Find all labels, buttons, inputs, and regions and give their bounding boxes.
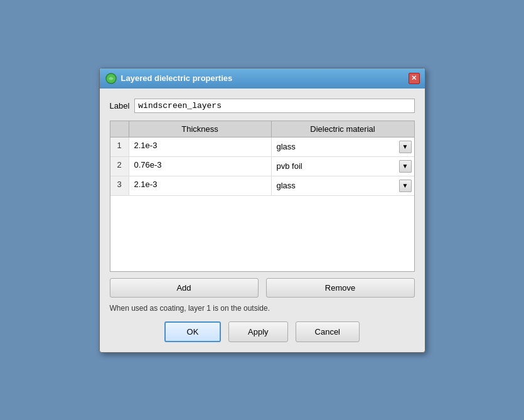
row-2-material[interactable]: pvb foil ▼ xyxy=(272,157,414,176)
cancel-button[interactable]: Cancel xyxy=(296,321,360,342)
row-2-num: 2 xyxy=(110,157,129,176)
hint-text: When used as coating, layer 1 is on the … xyxy=(110,304,415,313)
label-row: Label xyxy=(110,99,415,113)
add-button[interactable]: Add xyxy=(110,278,259,298)
table-row[interactable]: 2 0.76e-3 pvb foil ▼ xyxy=(110,157,414,176)
table-empty-area xyxy=(110,196,414,271)
col-num xyxy=(110,121,129,137)
row-1-thickness[interactable]: 2.1e-3 xyxy=(129,137,272,156)
action-buttons: OK Apply Cancel xyxy=(110,321,415,342)
row-2-thickness[interactable]: 0.76e-3 xyxy=(129,157,272,176)
row-1-material-value: glass xyxy=(277,142,296,151)
ok-button[interactable]: OK xyxy=(164,321,221,342)
row-2-dropdown-arrow[interactable]: ▼ xyxy=(399,160,412,173)
layered-dielectric-dialog: Layered dielectric properties ✕ Label Th… xyxy=(99,68,425,353)
label-label: Label xyxy=(110,101,130,110)
row-1-num: 1 xyxy=(110,137,129,156)
title-bar-left: Layered dielectric properties xyxy=(105,72,233,85)
dialog-body: Label Thickness Dielectric material 1 2.… xyxy=(100,89,425,352)
row-3-material-value: glass xyxy=(277,181,296,190)
apply-button[interactable]: Apply xyxy=(228,321,288,342)
app-icon xyxy=(105,72,117,85)
row-3-material[interactable]: glass ▼ xyxy=(272,176,414,195)
label-input[interactable] xyxy=(134,99,414,113)
table-header: Thickness Dielectric material xyxy=(110,121,414,137)
dialog-title: Layered dielectric properties xyxy=(121,73,233,83)
table-row[interactable]: 1 2.1e-3 glass ▼ xyxy=(110,137,414,157)
layers-table: Thickness Dielectric material 1 2.1e-3 g… xyxy=(110,121,415,272)
row-2-material-value: pvb foil xyxy=(277,161,302,171)
row-3-dropdown-arrow[interactable]: ▼ xyxy=(399,180,412,192)
close-button[interactable]: ✕ xyxy=(409,73,420,84)
remove-button[interactable]: Remove xyxy=(266,278,415,298)
title-bar: Layered dielectric properties ✕ xyxy=(100,68,425,89)
row-1-dropdown-arrow[interactable]: ▼ xyxy=(399,141,412,153)
row-3-num: 3 xyxy=(110,176,129,195)
row-1-material[interactable]: glass ▼ xyxy=(272,137,414,156)
add-remove-row: Add Remove xyxy=(110,278,415,298)
col-material: Dielectric material xyxy=(272,121,414,137)
row-3-thickness[interactable]: 2.1e-3 xyxy=(129,176,272,195)
col-thickness: Thickness xyxy=(129,121,272,137)
table-row[interactable]: 3 2.1e-3 glass ▼ xyxy=(110,176,414,196)
